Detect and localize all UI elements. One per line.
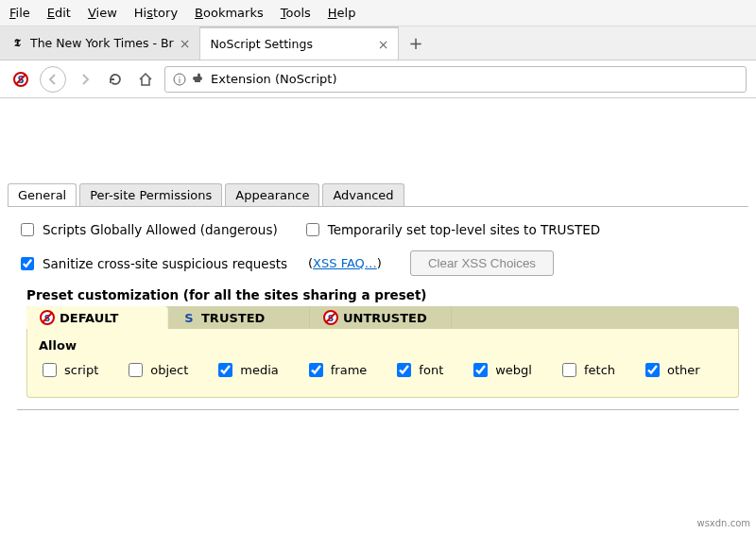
perm-fetch-label: fetch	[584, 363, 615, 377]
perm-webgl-checkbox[interactable]	[473, 363, 488, 377]
sanitize-checkbox[interactable]	[21, 257, 34, 270]
preset-heading: Preset customization (for all the sites …	[26, 287, 739, 302]
forward-button[interactable]	[74, 68, 96, 91]
menu-help[interactable]: Help	[328, 6, 356, 20]
noscript-untrusted-icon: S	[323, 310, 338, 325]
perm-webgl-label: webgl	[495, 363, 532, 377]
home-button[interactable]	[134, 68, 157, 91]
xss-faq-wrap: (XSS FAQ…)	[308, 256, 382, 270]
perm-webgl: webgl	[470, 360, 532, 380]
close-icon[interactable]: ×	[180, 36, 191, 51]
tab-general[interactable]: General	[8, 183, 77, 206]
scripts-global-checkbox[interactable]	[21, 223, 34, 236]
perm-font: font	[393, 360, 443, 380]
menu-history[interactable]: History	[134, 6, 178, 20]
perm-script-label: script	[64, 363, 98, 377]
new-tab-button[interactable]: +	[399, 33, 432, 53]
perm-other-checkbox[interactable]	[645, 363, 660, 377]
perm-object-checkbox[interactable]	[129, 363, 143, 377]
perm-media-checkbox[interactable]	[218, 363, 232, 377]
tabbar: 𝕿 The New York Times - Br × NoScript Set…	[0, 26, 756, 60]
allow-label: Allow	[39, 338, 727, 353]
perm-font-checkbox[interactable]	[397, 363, 411, 377]
preset-tabs: S DEFAULT S TRUSTED S UNTRUSTED	[26, 306, 739, 329]
sanitize-label: Sanitize cross-site suspicious requests	[43, 256, 287, 271]
preset-tab-trusted[interactable]: S TRUSTED	[168, 306, 310, 329]
preset-tab-label: DEFAULT	[60, 311, 118, 325]
noscript-default-icon: S	[40, 310, 55, 325]
perm-other-label: other	[667, 363, 700, 377]
noscript-trusted-icon: S	[181, 310, 197, 325]
tab-appearance[interactable]: Appearance	[225, 183, 319, 206]
perm-font-label: font	[419, 363, 443, 377]
menu-view[interactable]: View	[88, 6, 117, 20]
perm-object-label: object	[150, 363, 188, 377]
svg-text:S: S	[184, 311, 193, 325]
settings-body: Scripts Globally Allowed (dangerous) Tem…	[8, 206, 748, 420]
tab-label: NoScript Settings	[210, 37, 371, 51]
perm-media-label: media	[240, 363, 279, 377]
tab-label: The New York Times - Br	[30, 36, 174, 50]
perm-fetch: fetch	[558, 360, 615, 380]
perm-script-checkbox[interactable]	[43, 363, 57, 377]
navbar: S i Extension (NoScript)	[0, 60, 756, 98]
perm-frame-label: frame	[331, 363, 368, 377]
svg-text:i: i	[179, 76, 181, 85]
preset-tab-default[interactable]: S DEFAULT	[26, 306, 168, 329]
preset-tab-label: UNTRUSTED	[343, 311, 427, 325]
url-bar[interactable]: i Extension (NoScript)	[164, 66, 747, 93]
xss-faq-link[interactable]: XSS FAQ…	[313, 256, 377, 270]
perm-frame-checkbox[interactable]	[309, 363, 323, 377]
tab-per-site[interactable]: Per-site Permissions	[79, 183, 222, 206]
extension-icon	[192, 73, 205, 86]
close-icon[interactable]: ×	[378, 37, 389, 52]
preset-tab-untrusted[interactable]: S UNTRUSTED	[310, 306, 452, 329]
temp-trusted-label: Temporarily set top-level sites to TRUST…	[328, 222, 601, 237]
menu-bookmarks[interactable]: Bookmarks	[195, 6, 264, 20]
back-button[interactable]	[40, 66, 66, 93]
settings-content: General Per-site Permissions Appearance …	[0, 98, 756, 427]
preset-panel: Allow scriptobjectmediaframefontwebglfet…	[26, 329, 739, 398]
watermark: wsxdn.com	[696, 518, 750, 528]
perm-object: object	[125, 360, 188, 380]
tab-noscript-settings[interactable]: NoScript Settings ×	[200, 26, 399, 60]
clear-xss-button[interactable]: Clear XSS Choices	[410, 250, 554, 276]
scripts-global-label: Scripts Globally Allowed (dangerous)	[43, 222, 278, 237]
perm-frame: frame	[305, 360, 368, 380]
tab-advanced[interactable]: Advanced	[322, 183, 404, 206]
permissions-row: scriptobjectmediaframefontwebglfetchothe…	[39, 360, 727, 380]
url-text: Extension (NoScript)	[211, 72, 336, 86]
perm-other: other	[642, 360, 700, 380]
settings-tabs: General Per-site Permissions Appearance …	[8, 183, 748, 206]
temp-trusted-checkbox[interactable]	[306, 223, 319, 236]
preset-tab-label: TRUSTED	[201, 311, 265, 325]
noscript-toolbar-icon[interactable]: S	[9, 68, 32, 91]
menu-tools[interactable]: Tools	[281, 6, 311, 20]
perm-script: script	[39, 360, 98, 380]
nyt-favicon: 𝕿	[9, 36, 25, 51]
divider	[17, 409, 739, 410]
menu-edit[interactable]: Edit	[47, 6, 71, 20]
perm-fetch-checkbox[interactable]	[562, 363, 576, 377]
info-icon[interactable]: i	[173, 73, 186, 86]
tab-nytimes[interactable]: 𝕿 The New York Times - Br ×	[0, 26, 200, 60]
perm-media: media	[215, 360, 279, 380]
menu-file[interactable]: File	[9, 6, 30, 20]
menubar: File Edit View History Bookmarks Tools H…	[0, 0, 756, 26]
reload-button[interactable]	[104, 68, 127, 91]
